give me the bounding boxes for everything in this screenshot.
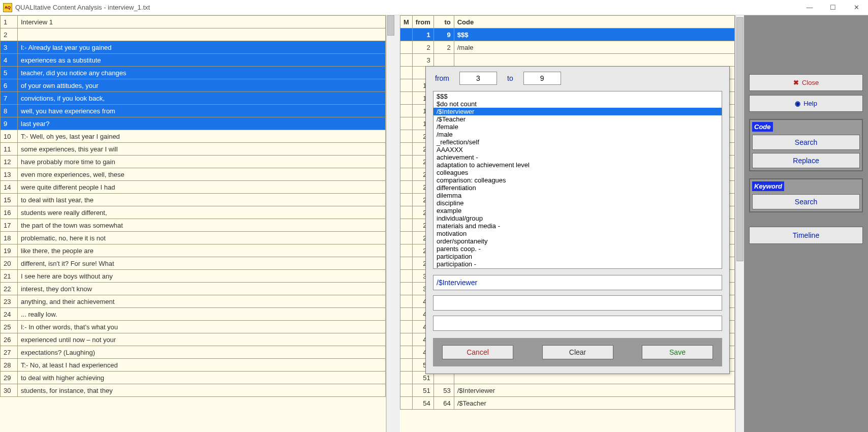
line-number: 4 bbox=[1, 54, 18, 67]
transcript-row[interactable]: 12have probably more time to gain bbox=[1, 156, 386, 168]
code-list-item[interactable]: /female bbox=[433, 123, 722, 131]
close-window-button[interactable]: ✕ bbox=[845, 0, 868, 15]
code-list-item[interactable]: AAAXXX bbox=[433, 146, 722, 153]
code-list-item[interactable]: achievement - bbox=[433, 153, 722, 161]
code-list-item[interactable]: colleagues bbox=[433, 169, 722, 176]
line-number: 2 bbox=[1, 28, 18, 41]
transcript-row[interactable]: 8well, you have experiences from bbox=[1, 105, 386, 117]
selected-code-field[interactable] bbox=[433, 275, 722, 290]
transcript-row[interactable]: 2 bbox=[1, 28, 386, 41]
line-text: convictions, if you look back, bbox=[18, 92, 386, 105]
transcript-row[interactable]: 23anything, and their achievement bbox=[1, 295, 386, 308]
code-listbox[interactable]: $$$$do not count/$Interviewer/$Teacher/f… bbox=[433, 91, 722, 269]
code-list-item[interactable]: $do not count bbox=[433, 100, 722, 108]
code-list-item[interactable]: parents coop. - bbox=[433, 245, 722, 253]
code-assign-dialog: from to $$$$do not count/$Interviewer/$T… bbox=[425, 66, 730, 374]
line-number: 13 bbox=[1, 168, 18, 181]
code-field-2[interactable] bbox=[433, 295, 722, 311]
code-list-item[interactable]: /male bbox=[433, 131, 722, 138]
code-list-item[interactable]: order/spontaneity bbox=[433, 237, 722, 245]
coding-scrollbar[interactable] bbox=[735, 15, 744, 432]
transcript-row[interactable]: 15to deal with last year, the bbox=[1, 194, 386, 206]
line-number: 23 bbox=[1, 295, 18, 308]
code-list-item[interactable]: $$$ bbox=[433, 92, 722, 100]
transcript-scrollbar[interactable] bbox=[386, 15, 395, 432]
transcript-row[interactable]: 24... really low. bbox=[1, 308, 386, 321]
code-field-3[interactable] bbox=[433, 316, 722, 331]
coding-row[interactable]: 5153/$Interviewer bbox=[400, 384, 735, 397]
line-text: problematic, no, here it is not bbox=[18, 232, 386, 244]
to-input[interactable] bbox=[523, 72, 561, 85]
transcript-row[interactable]: 13even more experiences, well, these bbox=[1, 168, 386, 181]
transcript-row[interactable]: 20different, isn't it? For sure! What bbox=[1, 257, 386, 270]
keyword-search-button[interactable]: Search bbox=[752, 194, 860, 209]
transcript-row[interactable]: 17the part of the town was somewhat bbox=[1, 219, 386, 232]
code-list-item[interactable]: motivation bbox=[433, 230, 722, 237]
from-input[interactable] bbox=[459, 72, 497, 85]
code-section: Code Search Replace bbox=[749, 119, 863, 171]
clear-button[interactable]: Clear bbox=[542, 345, 613, 359]
line-number: 15 bbox=[1, 194, 18, 206]
code-list-item[interactable]: /$Interviewer bbox=[433, 108, 722, 115]
timeline-button[interactable]: Timeline bbox=[749, 227, 863, 244]
cancel-button[interactable]: Cancel bbox=[442, 345, 513, 359]
transcript-row[interactable]: 28T:- No, at least I had experienced bbox=[1, 359, 386, 372]
transcript-row[interactable]: 22interest, they don't know bbox=[1, 283, 386, 295]
transcript-row[interactable]: 14were quite different people I had bbox=[1, 181, 386, 194]
transcript-row[interactable]: 16students were really different, bbox=[1, 206, 386, 219]
code-replace-button[interactable]: Replace bbox=[752, 153, 860, 168]
transcript-row[interactable]: 4experiences as a substitute bbox=[1, 54, 386, 67]
col-code[interactable]: Code bbox=[454, 16, 734, 28]
transcript-row[interactable]: 11some experiences, this year I will bbox=[1, 143, 386, 156]
minimize-button[interactable]: — bbox=[798, 0, 821, 15]
transcript-row[interactable]: 5teacher, did you notice any changes bbox=[1, 67, 386, 79]
transcript-row[interactable]: 10T:- Well, oh yes, last year I gained bbox=[1, 130, 386, 143]
line-text: some experiences, this year I will bbox=[18, 143, 386, 156]
transcript-row[interactable]: 21I see here are boys without any bbox=[1, 270, 386, 283]
coding-row[interactable]: 19$$$ bbox=[400, 28, 735, 41]
transcript-row[interactable]: 19like there, the people are bbox=[1, 244, 386, 257]
code-list-item[interactable]: participation - bbox=[433, 260, 722, 268]
col-m[interactable]: M bbox=[400, 16, 413, 28]
coding-row[interactable]: 3 bbox=[400, 54, 735, 67]
code-list-item[interactable]: _reflection/self bbox=[433, 138, 722, 146]
code-list-item[interactable]: individual/group bbox=[433, 214, 722, 222]
transcript-row[interactable]: 3I:- Already last year you gained bbox=[1, 41, 386, 54]
col-from[interactable]: from bbox=[412, 16, 433, 28]
save-button[interactable]: Save bbox=[642, 345, 713, 359]
transcript-row[interactable]: 25I:- In other words, that's what you bbox=[1, 321, 386, 333]
close-button[interactable]: ✖Close bbox=[749, 74, 863, 91]
transcript-table[interactable]: 1Interview 123I:- Already last year you … bbox=[0, 15, 386, 397]
line-number: 12 bbox=[1, 156, 18, 168]
code-search-button[interactable]: Search bbox=[752, 135, 860, 150]
code-list-item[interactable]: dilemma bbox=[433, 192, 722, 199]
coding-row[interactable]: 22/male bbox=[400, 41, 735, 54]
transcript-row[interactable]: 26experienced until now – not your bbox=[1, 333, 386, 346]
transcript-row[interactable]: 6of your own attitudes, your bbox=[1, 79, 386, 92]
line-number: 8 bbox=[1, 105, 18, 117]
code-list-item[interactable]: materials and media - bbox=[433, 222, 722, 230]
maximize-button[interactable]: ☐ bbox=[821, 0, 845, 15]
coding-row[interactable]: 5464/$Teacher bbox=[400, 397, 735, 410]
transcript-row[interactable]: 27expectations? (Laughing) bbox=[1, 346, 386, 359]
transcript-row[interactable]: 7convictions, if you look back, bbox=[1, 92, 386, 105]
code-list-item[interactable]: /$Teacher bbox=[433, 115, 722, 123]
code-list-item[interactable]: differentiation bbox=[433, 184, 722, 192]
line-number: 9 bbox=[1, 117, 18, 130]
transcript-row[interactable]: 18problematic, no, here it is not bbox=[1, 232, 386, 244]
line-text: I see here are boys without any bbox=[18, 270, 386, 283]
code-list-item[interactable]: comparison: colleagues bbox=[433, 176, 722, 184]
code-list-item[interactable]: participation bbox=[433, 253, 722, 260]
line-text: Interview 1 bbox=[18, 16, 386, 28]
window-title: QUALItative Content Analysis - interview… bbox=[15, 4, 150, 11]
code-list-item[interactable]: adaptation to achievement level bbox=[433, 161, 722, 169]
line-text: expectations? (Laughing) bbox=[18, 346, 386, 359]
transcript-row[interactable]: 1Interview 1 bbox=[1, 16, 386, 28]
transcript-row[interactable]: 30students, for instance, that they bbox=[1, 384, 386, 397]
help-button[interactable]: ◉Help bbox=[749, 95, 863, 112]
transcript-row[interactable]: 29to deal with higher achieving bbox=[1, 372, 386, 384]
code-list-item[interactable]: discipline bbox=[433, 199, 722, 207]
col-to[interactable]: to bbox=[433, 16, 454, 28]
code-list-item[interactable]: example bbox=[433, 207, 722, 214]
transcript-row[interactable]: 9last year? bbox=[1, 117, 386, 130]
